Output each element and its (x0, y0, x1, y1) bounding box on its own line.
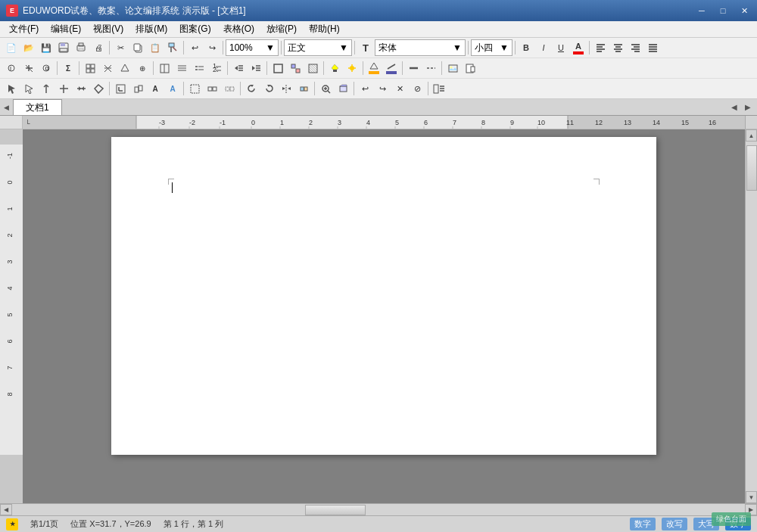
menu-pattern[interactable]: 图案(G) (173, 21, 217, 37)
tb2-sun[interactable] (344, 60, 360, 76)
tb3-cursor2[interactable] (55, 80, 72, 97)
tb3-cancel[interactable]: ⊘ (409, 80, 425, 97)
tb2-fill-color[interactable] (366, 60, 382, 76)
tb3-mirror[interactable] (295, 80, 312, 97)
tb2-formula[interactable]: Σ (60, 60, 76, 76)
menu-view[interactable]: 视图(V) (87, 21, 129, 37)
scroll-down-button[interactable]: ▼ (746, 491, 757, 503)
minimize-button[interactable]: ─ (692, 2, 712, 19)
tab-next-action[interactable]: ▶ (742, 101, 754, 114)
font-size-dropdown[interactable]: 小四 ▼ (471, 39, 512, 56)
align-center-button[interactable] (609, 39, 626, 56)
tb2-dash-style[interactable] (422, 60, 439, 76)
menu-file[interactable]: 文件(F) (3, 21, 45, 37)
tb2-special3[interactable] (117, 60, 133, 76)
tb3-rotate-left[interactable] (243, 80, 260, 97)
paste-button[interactable]: 📋 (147, 39, 164, 56)
tb2-special2[interactable] (99, 60, 116, 76)
scroll-thumb-v[interactable] (746, 145, 757, 191)
font-name-dropdown[interactable]: 宋体 ▼ (375, 39, 466, 56)
tb2-2[interactable] (20, 60, 37, 76)
tab-prev-button[interactable]: ◀ (0, 99, 14, 115)
menu-layout[interactable]: 排版(M) (129, 21, 173, 37)
tb2-shading[interactable] (304, 60, 321, 76)
tb2-insert[interactable]: ⊕ (134, 60, 151, 76)
menu-edit[interactable]: 编辑(E) (45, 21, 87, 37)
align-justify-button[interactable] (644, 39, 661, 56)
tb2-3[interactable]: α (38, 60, 55, 76)
scroll-left-button[interactable]: ◀ (0, 504, 12, 515)
tb2-line-color[interactable] (383, 60, 400, 76)
menu-zoom[interactable]: 放缩(P) (260, 21, 303, 37)
tb3-delete[interactable]: ✕ (391, 80, 408, 97)
scroll-up-button[interactable]: ▲ (746, 129, 757, 142)
tb2-highlight[interactable] (326, 60, 343, 76)
tb3-textbox[interactable]: A (147, 80, 164, 97)
canvas-area[interactable] (23, 129, 745, 503)
tb3-group[interactable] (204, 80, 220, 97)
tb3-draw1[interactable] (112, 80, 129, 97)
format-painter-button[interactable] (164, 39, 181, 56)
print-button[interactable]: 🖨 (90, 39, 107, 56)
underline-button[interactable]: U (553, 39, 569, 56)
tb3-zoom-in[interactable] (317, 80, 334, 97)
undo-button[interactable]: ↩ (186, 39, 203, 56)
tb3-ungroup[interactable] (221, 80, 238, 97)
scroll-track-h[interactable] (12, 504, 745, 515)
cut-button[interactable]: ✂ (112, 39, 129, 56)
tb2-order[interactable]: 1.2. (208, 60, 225, 76)
tb2-num[interactable] (191, 60, 207, 76)
bold-button[interactable]: B (518, 39, 534, 56)
status-mode-overwrite[interactable]: 改写 (662, 518, 687, 530)
tb2-decrease-indent[interactable] (230, 60, 247, 76)
style-dropdown[interactable]: 正文 ▼ (284, 39, 352, 56)
tb3-cursor1[interactable] (38, 80, 55, 97)
tb2-special1[interactable] (82, 60, 98, 76)
tb3-wordart[interactable]: A (164, 80, 181, 97)
tb3-more[interactable] (431, 80, 447, 97)
tb3-object[interactable] (335, 80, 351, 97)
tab-prev-action[interactable]: ◀ (728, 101, 740, 114)
align-left-button[interactable] (592, 39, 609, 56)
document-page[interactable] (111, 137, 656, 455)
tb2-special-insert[interactable] (462, 60, 478, 76)
new-button[interactable]: 📄 (3, 39, 20, 56)
tb3-rotate-right[interactable] (260, 80, 277, 97)
tab-document1[interactable]: 文档1 (14, 99, 62, 115)
menu-help[interactable]: 帮助(H) (303, 21, 346, 37)
tb3-scroll[interactable] (20, 80, 37, 97)
save-button[interactable]: 💾 (38, 39, 55, 56)
tb2-1[interactable]: i (3, 60, 20, 76)
tb3-cursor4[interactable] (90, 80, 107, 97)
tb2-border1[interactable] (269, 60, 286, 76)
tb2-line-style[interactable] (405, 60, 422, 76)
tb3-flip-h[interactable] (278, 80, 294, 97)
scroll-track-v[interactable] (746, 142, 757, 491)
font-color-button[interactable]: A (570, 39, 587, 56)
page-content[interactable] (111, 137, 656, 241)
tb2-col2[interactable] (173, 60, 190, 76)
tb2-increase-indent[interactable] (248, 60, 264, 76)
tb3-select-all[interactable] (186, 80, 203, 97)
save-as-button[interactable] (55, 39, 72, 56)
tb3-redo2[interactable]: ↪ (374, 80, 391, 97)
tb2-col1[interactable] (156, 60, 173, 76)
scroll-thumb-h[interactable] (305, 505, 366, 515)
maximize-button[interactable]: □ (713, 2, 733, 19)
tb3-draw2[interactable] (129, 80, 146, 97)
italic-button[interactable]: I (535, 39, 552, 56)
tb3-cursor3[interactable] (73, 80, 89, 97)
status-mode-num[interactable]: 数字 (630, 518, 656, 530)
zoom-dropdown[interactable]: 100% ▼ (226, 39, 279, 56)
menu-table[interactable]: 表格(O) (217, 21, 260, 37)
redo-button[interactable]: ↪ (204, 39, 220, 56)
print-preview-button[interactable] (73, 39, 89, 56)
close-button[interactable]: ✕ (734, 2, 754, 19)
tb2-border2[interactable] (287, 60, 304, 76)
align-right-button[interactable] (627, 39, 643, 56)
tb2-img-insert[interactable] (444, 60, 461, 76)
tb3-undo2[interactable]: ↩ (357, 80, 373, 97)
open-button[interactable]: 📂 (20, 39, 37, 56)
tb3-select[interactable] (3, 80, 20, 97)
copy-button[interactable] (129, 39, 146, 56)
